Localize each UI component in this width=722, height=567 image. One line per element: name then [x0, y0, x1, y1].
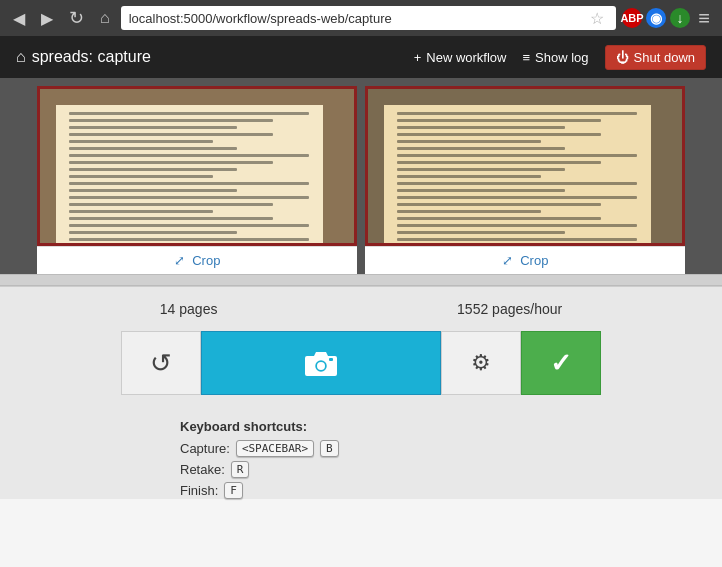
settings-button[interactable]: ⚙ — [441, 331, 521, 395]
right-book-image — [365, 86, 685, 246]
text-line — [69, 147, 237, 150]
text-line — [397, 189, 565, 192]
pages-count: 14 pages — [160, 301, 218, 317]
controls-row: ↺ ⚙ ✓ — [0, 331, 722, 395]
text-line — [69, 154, 309, 157]
left-book-text — [69, 112, 309, 237]
text-line — [397, 154, 637, 157]
text-line — [69, 217, 273, 220]
forward-button[interactable]: ▶ — [36, 7, 58, 30]
address-bar[interactable]: localhost:5000/workflow/spreads-web/capt… — [121, 6, 616, 30]
show-log-button[interactable]: ≡ Show log — [522, 50, 588, 65]
shortcuts-title: Keyboard shortcuts: — [180, 419, 722, 434]
text-line — [69, 119, 273, 122]
left-book-page — [56, 105, 323, 244]
text-line — [397, 217, 601, 220]
plus-icon: + — [414, 50, 422, 65]
right-book-text — [397, 112, 637, 237]
text-line — [397, 196, 637, 199]
text-line — [397, 224, 637, 227]
text-line — [69, 238, 309, 241]
header-right: + New workflow ≡ Show log ⏻ Shut down — [414, 45, 706, 70]
power-icon: ⏻ — [616, 50, 629, 65]
home-button[interactable]: ⌂ — [95, 7, 115, 29]
right-crop-button[interactable]: ⤢ Crop — [365, 246, 685, 274]
app-title: spreads: capture — [32, 48, 151, 66]
new-workflow-button[interactable]: + New workflow — [414, 50, 507, 65]
text-line — [69, 175, 213, 178]
app-header: ⌂ spreads: capture + New workflow ≡ Show… — [0, 36, 722, 78]
text-line — [397, 168, 565, 171]
left-crop-label: Crop — [192, 253, 220, 268]
retake-shortcut: Retake: R — [180, 461, 722, 478]
text-line — [69, 182, 309, 185]
camera-icon — [303, 348, 339, 378]
ext-blue-icon[interactable]: ◉ — [646, 8, 666, 28]
text-line — [397, 231, 565, 234]
svg-rect-2 — [329, 358, 333, 361]
text-line — [397, 203, 601, 206]
shutdown-label: Shut down — [634, 50, 695, 65]
image-preview-area: ⤢ Crop — [0, 78, 722, 274]
show-log-label: Show log — [535, 50, 588, 65]
text-line — [397, 126, 565, 129]
text-line — [69, 140, 213, 143]
text-line — [69, 196, 309, 199]
text-line — [69, 161, 273, 164]
browser-chrome: ◀ ▶ ↻ ⌂ localhost:5000/workflow/spreads-… — [0, 0, 722, 36]
right-book-page — [384, 105, 651, 244]
text-line — [69, 168, 237, 171]
ext-green-icon[interactable]: ↓ — [670, 8, 690, 28]
capture-button[interactable] — [201, 331, 441, 395]
scrollbar-area[interactable] — [0, 274, 722, 286]
text-line — [69, 133, 273, 136]
stats-row: 14 pages 1552 pages/hour — [0, 286, 722, 331]
text-line — [69, 189, 237, 192]
browser-extensions: ABP ◉ ↓ ≡ — [622, 8, 714, 28]
text-line — [69, 203, 273, 206]
url-text: localhost:5000/workflow/spreads-web/capt… — [129, 11, 392, 26]
checkmark-icon: ✓ — [550, 348, 572, 379]
reload-button[interactable]: ↻ — [64, 5, 89, 31]
text-line — [397, 161, 601, 164]
text-line — [69, 231, 237, 234]
capture-shortcut: Capture: <SPACEBAR> B — [180, 440, 722, 457]
list-icon: ≡ — [522, 50, 530, 65]
finish-button[interactable]: ✓ — [521, 331, 601, 395]
new-workflow-label: New workflow — [426, 50, 506, 65]
finish-shortcut-label: Finish: — [180, 483, 218, 498]
text-line — [397, 133, 601, 136]
shutdown-button[interactable]: ⏻ Shut down — [605, 45, 706, 70]
text-line — [397, 245, 541, 246]
spacebar-key: <SPACEBAR> — [236, 440, 314, 457]
crop-icon-left: ⤢ — [174, 253, 185, 268]
retake-shortcut-label: Retake: — [180, 462, 225, 477]
text-line — [69, 126, 237, 129]
capture-shortcut-label: Capture: — [180, 441, 230, 456]
abp-icon[interactable]: ABP — [622, 8, 642, 28]
text-line — [397, 238, 637, 241]
left-crop-button[interactable]: ⤢ Crop — [37, 246, 357, 274]
retake-icon: ↺ — [150, 350, 172, 376]
text-line — [397, 140, 541, 143]
app-title-group: ⌂ spreads: capture — [16, 48, 151, 66]
left-book-image — [37, 86, 357, 246]
back-button[interactable]: ◀ — [8, 7, 30, 30]
f-key: F — [224, 482, 243, 499]
text-line — [69, 224, 309, 227]
text-line — [397, 112, 637, 115]
right-image-container: ⤢ Crop — [365, 86, 685, 274]
retake-button[interactable]: ↺ — [121, 331, 201, 395]
browser-menu-icon[interactable]: ≡ — [694, 8, 714, 28]
text-line — [69, 245, 213, 246]
text-line — [397, 182, 637, 185]
text-line — [69, 210, 213, 213]
svg-point-1 — [317, 362, 325, 370]
main-content: ⤢ Crop — [0, 78, 722, 499]
bookmark-icon[interactable]: ☆ — [590, 9, 604, 28]
text-line — [397, 210, 541, 213]
left-image-container: ⤢ Crop — [37, 86, 357, 274]
text-line — [69, 112, 309, 115]
text-line — [397, 119, 601, 122]
finish-shortcut: Finish: F — [180, 482, 722, 499]
